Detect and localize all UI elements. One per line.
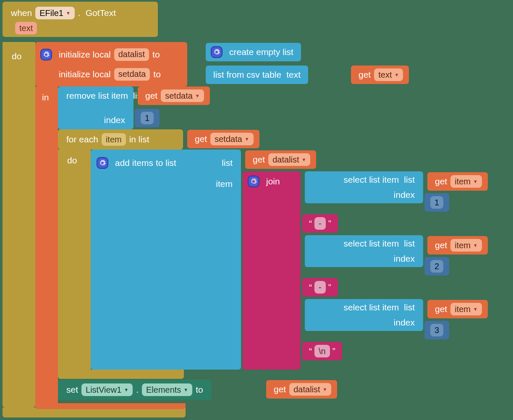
dot: . — [136, 385, 139, 395]
get-text-block[interactable]: get text ▼ — [351, 66, 409, 84]
number-block[interactable]: 1 — [424, 193, 449, 212]
join-label: join — [266, 176, 280, 186]
string-value[interactable]: - — [314, 281, 326, 294]
chevron-down-icon: ▼ — [183, 387, 188, 392]
get-datalist-block[interactable]: get datalist ▼ — [245, 150, 316, 169]
gear-icon[interactable] — [40, 49, 52, 60]
item-arg-label: item — [216, 179, 233, 189]
get-item-block[interactable]: get item ▼ — [427, 300, 488, 318]
init-local-label-1: initialize local — [59, 50, 111, 60]
var-dropdown-setdata[interactable]: setdata ▼ — [161, 89, 204, 102]
create-empty-label: create empty list — [229, 47, 293, 57]
var-dropdown-setdata[interactable]: setdata ▼ — [210, 133, 254, 145]
create-empty-list-block[interactable]: create empty list — [206, 43, 301, 61]
csv-arg: text — [286, 70, 301, 80]
var-dropdown-text[interactable]: text ▼ — [374, 68, 403, 81]
select-list-item-block[interactable]: select list itemlist index — [305, 299, 423, 331]
get-item-block[interactable]: get item ▼ — [427, 172, 488, 191]
list-from-csv-block[interactable]: list from csv table text — [206, 66, 308, 84]
init-local-label-2: initialize local — [59, 69, 111, 79]
to-label-2: to — [153, 69, 161, 79]
add-items-to-list-block[interactable]: add items to list list item — [91, 150, 241, 370]
in-label: in — [42, 92, 49, 102]
add-items-label: add items to list — [115, 158, 176, 168]
get-datalist-block-2[interactable]: get datalist ▼ — [266, 380, 337, 399]
csv-label: list from csv table — [213, 70, 281, 80]
string-block[interactable]: “ \n ” — [302, 342, 342, 360]
init-local-in-strip: in — [35, 87, 58, 407]
number-value[interactable]: 3 — [430, 324, 443, 336]
chevron-down-icon: ▼ — [66, 10, 71, 16]
to-label: to — [152, 50, 160, 60]
number-value[interactable]: 1 — [430, 196, 443, 209]
get-setdata-block[interactable]: get setdata ▼ — [138, 87, 210, 105]
get-label: get — [359, 70, 371, 80]
chevron-down-icon: ▼ — [323, 387, 327, 392]
to-label: to — [196, 385, 203, 395]
get-item-block[interactable]: get item ▼ — [427, 236, 488, 255]
string-value[interactable]: - — [314, 217, 326, 230]
get-label: get — [253, 155, 265, 165]
set-listview-elements-block[interactable]: set ListView1 ▼ . Elements ▼ to — [58, 380, 212, 400]
get-label: get — [274, 384, 286, 394]
number-block[interactable]: 3 — [424, 321, 449, 339]
number-value[interactable]: 1 — [141, 112, 154, 124]
component-name: EFile1 — [39, 8, 63, 18]
chevron-down-icon: ▼ — [473, 243, 478, 248]
initialize-local-block[interactable]: initialize local datalist to initialize … — [35, 42, 187, 87]
select-list-item-block[interactable]: select list itemlist index — [305, 235, 423, 267]
gear-icon[interactable] — [97, 157, 108, 169]
number-block[interactable]: 2 — [424, 257, 449, 276]
number-value[interactable]: 2 — [430, 260, 443, 273]
foreach-do-strip: do — [58, 150, 91, 379]
chevron-down-icon: ▼ — [245, 136, 249, 142]
foreach-footer — [58, 370, 184, 379]
chevron-down-icon: ▼ — [302, 157, 306, 162]
list-arg-label: list — [222, 158, 233, 168]
for-each-block[interactable]: for each item in list — [58, 129, 183, 150]
var-dropdown-item[interactable]: item ▼ — [450, 175, 482, 188]
select-list-item-block[interactable]: select list itemlist index — [305, 171, 423, 203]
event-block-when-gottext[interactable]: when EFile1 ▼ . GotText text — [3, 2, 158, 37]
string-value[interactable]: \n — [314, 345, 330, 357]
in-list-label: in list — [129, 134, 149, 144]
string-block[interactable]: “ - ” — [302, 278, 338, 297]
component-dropdown-listview[interactable]: ListView1 ▼ — [81, 383, 133, 396]
remove-label: remove list item — [66, 91, 128, 101]
event-do-strip: do — [3, 42, 35, 407]
var-item[interactable]: item — [102, 133, 126, 146]
var-dropdown-item[interactable]: item ▼ — [450, 303, 482, 315]
gear-icon[interactable] — [248, 176, 259, 187]
chevron-down-icon: ▼ — [473, 307, 478, 312]
get-setdata-block-2[interactable]: get setdata ▼ — [187, 130, 259, 148]
var-dropdown-datalist[interactable]: datalist ▼ — [289, 383, 331, 396]
chevron-down-icon: ▼ — [124, 387, 128, 392]
var-setdata[interactable]: setdata — [114, 68, 150, 81]
chevron-down-icon: ▼ — [394, 72, 399, 77]
join-block[interactable]: join — [243, 171, 301, 370]
dot: . — [78, 8, 81, 18]
var-dropdown-item[interactable]: item ▼ — [450, 239, 482, 252]
number-block-1[interactable]: 1 — [135, 109, 160, 127]
method-name: GotText — [86, 8, 116, 18]
when-label: when — [11, 8, 32, 18]
var-datalist[interactable]: datalist — [114, 48, 149, 61]
do-label: do — [12, 51, 21, 61]
get-label: get — [195, 134, 207, 144]
do-label: do — [67, 155, 77, 165]
set-label: set — [66, 385, 78, 395]
init-local-footer — [35, 403, 186, 409]
remove-list-item-block[interactable]: remove list item list index — [58, 87, 133, 129]
chevron-down-icon: ▼ — [195, 93, 200, 98]
foreach-label: for each — [66, 134, 98, 144]
string-block[interactable]: “ - ” — [302, 214, 338, 233]
component-dropdown[interactable]: EFile1 ▼ — [35, 7, 75, 19]
var-dropdown-datalist[interactable]: datalist ▼ — [268, 153, 310, 166]
chevron-down-icon: ▼ — [473, 179, 478, 184]
event-param-text[interactable]: text — [15, 22, 37, 34]
get-label: get — [145, 91, 157, 101]
remove-index-label: index — [104, 115, 125, 125]
property-dropdown-elements[interactable]: Elements ▼ — [142, 383, 192, 396]
gear-icon[interactable] — [211, 46, 222, 58]
